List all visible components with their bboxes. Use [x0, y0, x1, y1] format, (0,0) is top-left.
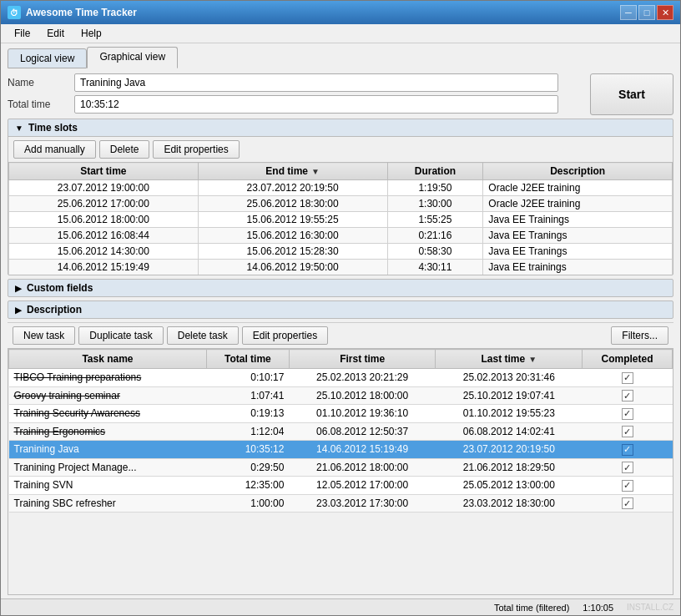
task-completed-cell: ✓	[583, 494, 673, 512]
list-item[interactable]: Training Ergonomics 1:12:04 06.08.2012 1…	[9, 422, 673, 441]
list-item[interactable]: Training Security Awareness 0:19:13 01.1…	[9, 405, 673, 423]
checkbox[interactable]: ✓	[622, 408, 633, 420]
new-task-button[interactable]: New task	[13, 326, 75, 345]
cell-duration: 1:30:00	[387, 196, 483, 212]
time-slots-table-container: Start time End time▼ Duration Descriptio…	[8, 162, 673, 275]
cell-start: 25.06.2012 17:00:00	[9, 196, 199, 212]
tab-logical-view[interactable]: Logical view	[8, 48, 87, 68]
table-row[interactable]: 15.06.2012 18:00:00 15.06.2012 19:55:25 …	[9, 212, 673, 228]
cell-start: 14.06.2012 15:19:49	[9, 260, 199, 275]
cell-duration: 1:19:50	[387, 180, 483, 196]
task-completed-cell: ✓	[583, 458, 673, 477]
checkbox[interactable]: ✓	[622, 426, 633, 437]
task-total-cell: 0:19:13	[206, 405, 289, 423]
cell-start: 23.07.2012 19:00:00	[9, 180, 199, 196]
task-col-first: First time	[289, 350, 436, 369]
task-total-cell: 1:12:04	[206, 422, 289, 441]
task-completed-cell: ✓	[583, 441, 673, 459]
sort-arrow-last: ▼	[528, 355, 537, 364]
minimize-button[interactable]: ─	[620, 5, 637, 20]
cell-end: 14.06.2012 19:50:00	[198, 260, 387, 275]
table-row[interactable]: 14.06.2012 15:19:49 14.06.2012 19:50:00 …	[9, 260, 673, 275]
checkbox[interactable]: ✓	[622, 480, 633, 492]
task-name-cell: Tranining Java	[9, 441, 207, 459]
time-slots-header[interactable]: ▼ Time slots	[8, 119, 673, 136]
tab-graphical-view[interactable]: Graphical view	[87, 47, 178, 68]
task-col-last: Last time▼	[436, 350, 583, 369]
cell-description: Java EE trainings	[483, 260, 673, 275]
total-time-row: Total time	[8, 95, 580, 114]
cell-end: 15.06.2012 19:55:25	[198, 212, 387, 228]
task-name-cell: Training Ergonomics	[9, 422, 207, 441]
cell-description: Java EE Tranings	[483, 228, 673, 244]
col-start-time: Start time	[9, 163, 199, 180]
checkbox[interactable]: ✓	[622, 372, 633, 384]
edit-properties-button[interactable]: Edit properties	[153, 140, 239, 159]
task-last-cell: 25.10.2012 19:07:41	[436, 386, 583, 405]
filters-button[interactable]: Filters...	[611, 326, 668, 345]
checkbox[interactable]: ✓	[622, 444, 633, 456]
table-row[interactable]: 15.06.2012 16:08:44 15.06.2012 16:30:00 …	[9, 228, 673, 244]
list-item[interactable]: TIBCO Training preparations 0:10:17 25.0…	[9, 369, 673, 387]
list-item[interactable]: Groovy training seminar 1:07:41 25.10.20…	[9, 386, 673, 405]
cell-duration: 4:30:11	[387, 260, 483, 275]
task-col-total: Total time	[206, 350, 289, 369]
task-last-cell: 25.05.2012 13:00:00	[436, 477, 583, 495]
start-button[interactable]: Start	[590, 73, 673, 115]
cell-duration: 0:21:16	[387, 228, 483, 244]
time-slots-table: Start time End time▼ Duration Descriptio…	[8, 162, 673, 275]
sort-arrow-end: ▼	[311, 167, 320, 176]
task-total-cell: 0:10:17	[206, 369, 289, 387]
task-name-cell: Training SVN	[9, 477, 207, 495]
name-label: Name	[8, 77, 74, 88]
content-area: Logical view Graphical view Name Total t…	[1, 43, 680, 598]
watermark-text: INSTALL.CZ	[627, 603, 673, 612]
task-first-cell: 01.10.2012 19:36:10	[289, 405, 436, 423]
col-end-time: End time▼	[198, 163, 387, 180]
delete-button[interactable]: Delete	[99, 140, 150, 159]
close-button[interactable]: ✕	[657, 5, 673, 20]
delete-task-button[interactable]: Delete task	[167, 326, 239, 345]
menu-file[interactable]: File	[8, 26, 37, 41]
task-completed-cell: ✓	[583, 386, 673, 405]
table-row[interactable]: 25.06.2012 17:00:00 25.06.2012 18:30:00 …	[9, 196, 673, 212]
task-completed-cell: ✓	[583, 422, 673, 441]
total-time-label: Total time	[8, 98, 74, 110]
cell-end: 23.07.2012 20:19:50	[198, 180, 387, 196]
list-item[interactable]: Training SVN 12:35:00 12.05.2012 17:00:0…	[9, 477, 673, 495]
task-last-cell: 23.07.2012 20:19:50	[436, 441, 583, 459]
task-completed-cell: ✓	[583, 405, 673, 423]
maximize-button[interactable]: □	[638, 5, 655, 20]
cell-end: 15.06.2012 16:30:00	[198, 228, 387, 244]
table-row[interactable]: 15.06.2012 14:30:00 15.06.2012 15:28:30 …	[9, 244, 673, 260]
description-header[interactable]: ▶ Description	[8, 301, 673, 318]
add-manually-button[interactable]: Add manually	[13, 140, 96, 159]
table-row[interactable]: 23.07.2012 19:00:00 23.07.2012 20:19:50 …	[9, 180, 673, 196]
total-time-input[interactable]	[74, 95, 558, 114]
cell-description: Java EE Tranings	[483, 244, 673, 260]
total-time-filtered-value: 1:10:05	[583, 603, 613, 613]
list-item[interactable]: Tranining Java 10:35:12 14.06.2012 15:19…	[9, 441, 673, 459]
task-table: Task name Total time First time Last tim…	[8, 349, 673, 512]
task-first-cell: 14.06.2012 15:19:49	[289, 441, 436, 459]
description-arrow: ▶	[15, 305, 22, 315]
checkbox[interactable]: ✓	[622, 390, 633, 401]
menu-edit[interactable]: Edit	[40, 26, 71, 41]
name-row: Name	[8, 73, 580, 92]
name-input[interactable]	[74, 73, 558, 92]
cell-start: 15.06.2012 16:08:44	[9, 228, 199, 244]
description-section: ▶ Description	[8, 300, 673, 319]
time-slots-label: Time slots	[28, 122, 78, 134]
cell-description: Oracle J2EE training	[483, 180, 673, 196]
bottom-toolbar: New task Duplicate task Delete task Edit…	[8, 322, 673, 348]
list-item[interactable]: Training SBC refresher 1:00:00 23.03.201…	[9, 494, 673, 512]
duplicate-task-button[interactable]: Duplicate task	[78, 326, 163, 345]
list-item[interactable]: Tranining Project Manage... 0:29:50 21.0…	[9, 458, 673, 477]
time-slots-arrow: ▼	[15, 124, 23, 133]
edit-properties-task-button[interactable]: Edit properties	[242, 326, 328, 345]
checkbox[interactable]: ✓	[622, 462, 633, 473]
custom-fields-header[interactable]: ▶ Custom fields	[8, 280, 673, 296]
menu-help[interactable]: Help	[74, 26, 108, 41]
cell-description: Java EE Trainings	[483, 212, 673, 228]
checkbox[interactable]: ✓	[622, 497, 633, 509]
